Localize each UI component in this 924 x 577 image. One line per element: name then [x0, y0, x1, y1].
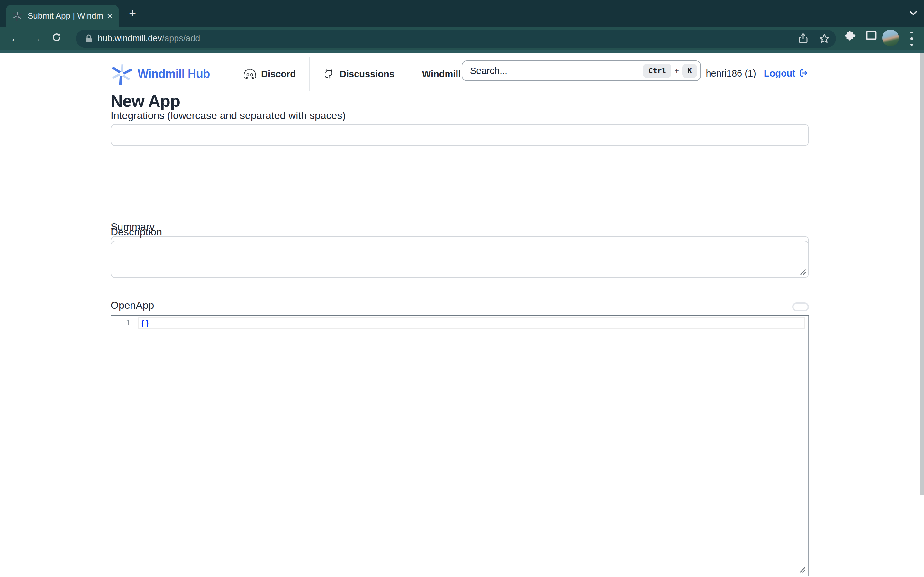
new-tab-button[interactable]: +: [125, 6, 140, 21]
editor-current-line: [138, 317, 805, 329]
reload-button[interactable]: [50, 32, 64, 46]
url-domain: hub.windmill.dev: [98, 33, 162, 43]
scrollbar-thumb[interactable]: [920, 53, 924, 495]
nav-item-discord[interactable]: Discord: [230, 56, 309, 91]
kbd-ctrl: Ctrl: [643, 64, 671, 78]
extensions-puzzle-icon[interactable]: [844, 30, 856, 42]
page-content: Windmill Hub Discord: [0, 53, 924, 577]
browser-toolbar: ← → hub.windmill.dev/apps/add: [0, 27, 924, 49]
windmill-favicon-icon: [12, 11, 22, 21]
browser-menu-icon[interactable]: [909, 32, 914, 46]
openapp-code-editor[interactable]: 1 {}: [111, 315, 809, 576]
logout-icon: [798, 68, 809, 79]
browser-window: Submit App | Windmill Hub × + ← → hub.wi…: [0, 0, 924, 577]
hub-nav: Discord Discussions Windmill: [230, 56, 474, 91]
lock-icon: [84, 33, 93, 44]
username: henri186 (1): [706, 68, 756, 78]
logout-label: Logout: [764, 68, 795, 78]
openapp-toggle[interactable]: [792, 302, 809, 311]
bookmark-star-icon[interactable]: [818, 32, 830, 44]
integrations-input[interactable]: [111, 124, 809, 146]
windmill-logo-icon: [111, 63, 132, 85]
brand-name[interactable]: Windmill Hub: [138, 67, 210, 81]
brand-logo[interactable]: Windmill Hub: [111, 63, 210, 85]
profile-avatar[interactable]: [882, 30, 899, 46]
openapp-row: OpenApp: [111, 300, 809, 313]
back-button[interactable]: ←: [8, 32, 22, 46]
integrations-label: Integrations (lowercase and separated wi…: [111, 110, 345, 122]
url-path: /apps/add: [162, 33, 200, 43]
kbd-k: K: [682, 64, 697, 78]
editor-code[interactable]: {}: [140, 318, 150, 328]
tab-title: Submit App | Windmill Hub: [28, 11, 103, 21]
forward-button: →: [29, 32, 43, 46]
search-input[interactable]: Search... Ctrl + K: [462, 60, 701, 81]
toolbar-edge: [0, 49, 924, 53]
url-text[interactable]: hub.windmill.dev/apps/add: [98, 33, 200, 43]
page-scrollbar[interactable]: [919, 53, 924, 577]
tab-strip: Submit App | Windmill Hub × +: [0, 0, 924, 27]
description-textarea[interactable]: [111, 240, 809, 278]
textarea-resize-grip-icon[interactable]: [799, 268, 807, 276]
nav-item-discussions[interactable]: Discussions: [310, 56, 408, 91]
hub-header: Windmill Hub Discord: [111, 56, 809, 91]
description-label: Description: [111, 226, 162, 238]
tab-close-icon[interactable]: ×: [107, 11, 112, 21]
page-title: New App: [111, 91, 180, 111]
editor-line-number: 1: [111, 318, 130, 327]
tab-search-chevron-icon[interactable]: [909, 10, 918, 16]
discord-icon: [244, 69, 256, 79]
browser-tab[interactable]: Submit App | Windmill Hub ×: [6, 5, 119, 27]
openapp-label: OpenApp: [111, 300, 154, 311]
address-bar[interactable]: hub.windmill.dev/apps/add: [76, 29, 836, 47]
logout-link[interactable]: Logout: [764, 68, 809, 79]
nav-label: Discord: [261, 69, 296, 79]
nav-label: Discussions: [339, 69, 394, 79]
share-icon[interactable]: [797, 32, 809, 44]
user-box: henri186 (1) Logout: [706, 68, 809, 79]
github-discussions-icon: [323, 68, 334, 80]
reload-icon: [51, 32, 63, 43]
nav-label: Windmill: [422, 69, 461, 79]
editor-resize-grip-icon[interactable]: [798, 566, 806, 574]
kbd-plus: +: [675, 66, 679, 75]
search-placeholder: Search...: [470, 66, 643, 76]
side-panel-icon[interactable]: [866, 30, 877, 40]
